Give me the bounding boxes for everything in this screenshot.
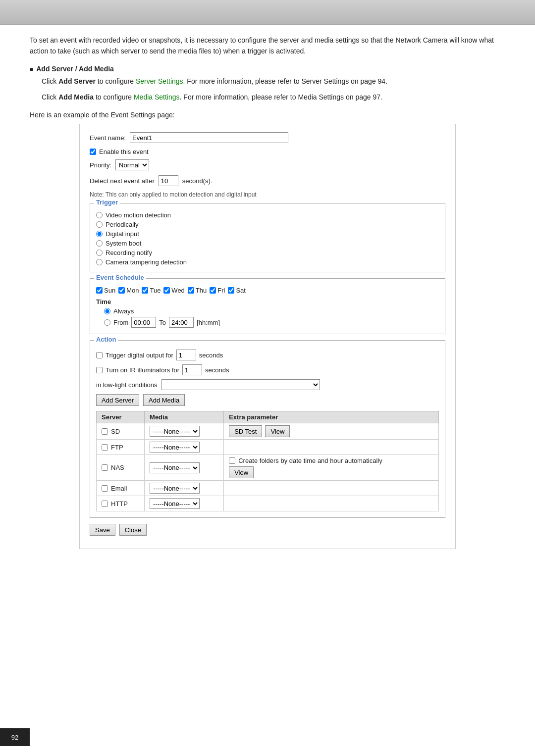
enable-event-checkbox[interactable]: [90, 149, 96, 155]
trigger-system-boot-radio[interactable]: [96, 240, 103, 247]
table-cell-ftp-extra: [224, 440, 439, 455]
nas-create-folders-checkbox[interactable]: [229, 457, 235, 464]
hhmm-label: [hh:mm]: [197, 319, 220, 326]
add-section: Add Server / Add Media Click Add Server …: [30, 65, 505, 103]
table-row-nas: NAS -----None-----: [97, 455, 439, 481]
trigger-video-motion-label: Video motion detection: [106, 211, 171, 219]
add-media-bold: Add Media: [58, 93, 94, 101]
ir-checkbox[interactable]: [96, 367, 103, 373]
trigger-periodically-radio[interactable]: [96, 221, 103, 228]
table-cell-nas-check: NAS: [97, 455, 145, 481]
table-row-ftp: FTP -----None-----: [97, 440, 439, 455]
table-cell-nas-extra: Create folders by date time and hour aut…: [224, 455, 439, 481]
nas-checkbox[interactable]: [102, 464, 108, 471]
time-section: Time Always From To [hh:mm]: [96, 298, 439, 328]
ftp-checkbox[interactable]: [102, 444, 108, 451]
trigger-video-motion-radio[interactable]: [96, 212, 103, 218]
day-fri-label: Fri: [217, 287, 225, 294]
event-name-input[interactable]: [130, 132, 288, 143]
day-wed: Wed: [163, 287, 185, 294]
email-checkbox[interactable]: [102, 485, 108, 492]
table-cell-ftp-media: -----None-----: [145, 440, 224, 455]
day-tue-label: Tue: [150, 287, 160, 294]
trigger-digital-input[interactable]: [176, 350, 196, 360]
add-server-button[interactable]: Add Server: [96, 394, 139, 406]
enable-event-row: Enable this event: [90, 148, 445, 155]
sd-media-select[interactable]: -----None-----: [150, 426, 200, 437]
table-cell-sd-media: -----None-----: [145, 423, 224, 440]
table-cell-http-media: -----None-----: [145, 496, 224, 511]
low-light-select[interactable]: [161, 379, 320, 390]
from-to-radio[interactable]: [104, 319, 110, 326]
event-name-label: Event name:: [90, 134, 126, 142]
sd-view-button[interactable]: View: [265, 425, 290, 437]
media-settings-link[interactable]: Media Settings: [134, 93, 180, 101]
day-mon-checkbox[interactable]: [118, 287, 125, 294]
trigger-digital-checkbox[interactable]: [96, 352, 103, 358]
trigger-system-boot-label: System boot: [106, 240, 141, 247]
trigger-digital-suffix: seconds: [199, 352, 223, 359]
table-cell-http-check: HTTP: [97, 496, 145, 511]
trigger-camera-tampering-label: Camera tampering detection: [106, 258, 187, 266]
trigger-digital-input-radio[interactable]: [96, 231, 103, 237]
add-media-button[interactable]: Add Media: [143, 394, 185, 406]
trigger-recording-notify-radio[interactable]: [96, 250, 103, 256]
ir-row: Turn on IR illuminators for seconds: [96, 364, 439, 375]
add-server-text: Click Add Server to configure Server Set…: [42, 76, 505, 88]
sd-checkbox[interactable]: [102, 428, 108, 435]
email-media-select[interactable]: -----None-----: [150, 483, 200, 494]
ir-label: Turn on IR illuminators for: [106, 366, 179, 374]
schedule-days: Sun Mon Tue Wed: [96, 287, 439, 294]
save-close-row: Save Close: [90, 524, 445, 536]
detect-event-row: Detect next event after second(s).: [90, 175, 445, 186]
from-to-row: From To [hh:mm]: [104, 317, 439, 328]
low-light-row: in low-light conditions: [96, 379, 439, 390]
ir-value-input[interactable]: [182, 364, 202, 375]
trigger-video-motion: Video motion detection: [96, 211, 439, 219]
time-label: Time: [96, 298, 439, 305]
trigger-digital-row: Trigger digital output for seconds: [96, 350, 439, 360]
trigger-digital-input-label: Digital input: [106, 230, 139, 238]
nas-view-button[interactable]: View: [229, 466, 254, 478]
add-section-header: Add Server / Add Media: [30, 65, 505, 73]
close-button[interactable]: Close: [119, 524, 147, 536]
day-sat: Sat: [228, 287, 246, 294]
ftp-media-select[interactable]: -----None-----: [150, 442, 200, 453]
add-server-bold: Add Server: [58, 77, 96, 85]
trigger-digital-label: Trigger digital output for: [106, 352, 173, 359]
low-light-label: in low-light conditions: [96, 381, 158, 389]
day-sun-checkbox[interactable]: [96, 287, 103, 294]
sd-test-button[interactable]: SD Test: [229, 425, 262, 437]
detect-value-input[interactable]: [159, 175, 178, 186]
day-thu-checkbox[interactable]: [188, 287, 194, 294]
trigger-system-boot: System boot: [96, 240, 439, 247]
always-radio[interactable]: [104, 308, 110, 314]
action-title: Action: [94, 336, 118, 343]
to-time-input[interactable]: [169, 317, 194, 328]
day-sat-checkbox[interactable]: [228, 287, 234, 294]
trigger-camera-tampering-radio[interactable]: [96, 259, 103, 265]
table-cell-sd-check: SD: [97, 423, 145, 440]
nas-media-select[interactable]: -----None-----: [150, 462, 200, 473]
day-tue-checkbox[interactable]: [142, 287, 148, 294]
from-label: From: [113, 319, 128, 326]
trigger-camera-tampering: Camera tampering detection: [96, 258, 439, 266]
server-settings-link[interactable]: Server Settings: [136, 77, 183, 85]
table-row-sd: SD -----None----- SD Test: [97, 423, 439, 440]
http-checkbox[interactable]: [102, 501, 108, 507]
day-wed-checkbox[interactable]: [163, 287, 170, 294]
http-media-select[interactable]: -----None-----: [150, 498, 200, 509]
day-thu-label: Thu: [196, 287, 207, 294]
save-button[interactable]: Save: [90, 524, 115, 536]
page: To set an event with recorded video or s…: [0, 0, 535, 756]
priority-select[interactable]: Normal High Low: [115, 159, 149, 170]
action-section: Action Trigger digital output for second…: [90, 340, 445, 518]
intro-text: To set an event with recorded video or s…: [30, 35, 505, 57]
trigger-recording-notify: Recording notify: [96, 249, 439, 256]
table-row-email: Email -----None-----: [97, 481, 439, 496]
from-time-input[interactable]: [131, 317, 156, 328]
to-label: To: [159, 319, 166, 326]
day-fri-checkbox[interactable]: [210, 287, 216, 294]
trigger-recording-notify-label: Recording notify: [106, 249, 152, 256]
table-cell-ftp-check: FTP: [97, 440, 145, 455]
